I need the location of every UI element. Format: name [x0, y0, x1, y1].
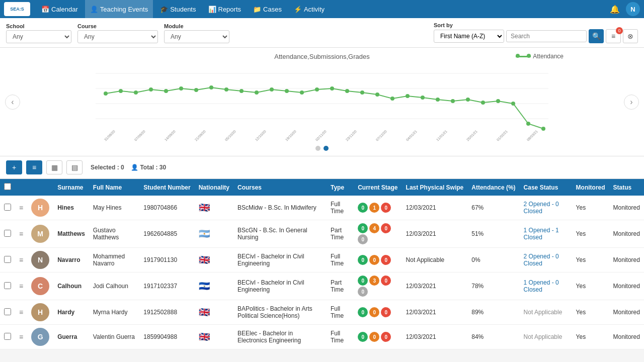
badge-red: 0 [381, 332, 391, 342]
row-checkbox[interactable] [4, 308, 11, 315]
row-checkbox[interactable] [4, 204, 11, 211]
row-avatar-cell: H [27, 196, 53, 220]
row-checkbox[interactable] [4, 230, 11, 237]
row-student-number: 1962604885 [139, 220, 194, 248]
user-avatar[interactable]: N [626, 2, 640, 16]
row-nationality: 🇬🇧 [195, 300, 233, 325]
nav-cases[interactable]: 📁 Cases [248, 0, 287, 18]
student-avatar: G [31, 328, 49, 346]
badge-red: 0 [381, 276, 391, 286]
row-menu-icon[interactable]: ≡ [19, 230, 23, 238]
nav-teaching-events[interactable]: 👤 Teaching Events [85, 0, 153, 18]
bar-view-button[interactable]: ▤ [66, 160, 83, 174]
row-menu-cell: ≡ [15, 325, 27, 349]
students-icon: 🎓 [160, 6, 168, 13]
row-checkbox[interactable] [4, 282, 11, 289]
module-select[interactable]: Any [164, 30, 229, 43]
notification-bell[interactable]: 🔔 [606, 5, 624, 14]
nav-calendar[interactable]: 📅 Calendar [36, 0, 83, 18]
row-courses: BECivl - Bachelor in Civil Engineering [233, 248, 327, 273]
table-row: ≡ H Hardy Myrna Hardy 1912502888 🇬🇧 BAPo… [0, 300, 644, 325]
svg-point-20 [345, 89, 349, 93]
row-case-status: 2 Opened - 0 Closed [520, 248, 572, 273]
row-student-number: 1912502888 [139, 300, 194, 325]
add-button[interactable]: + [6, 160, 22, 174]
row-menu-icon[interactable]: ≡ [19, 204, 23, 212]
nav-activity[interactable]: ⚡ Activity [289, 0, 330, 18]
row-checkbox[interactable] [4, 256, 11, 263]
badge-red: 0 [381, 203, 391, 213]
svg-text:14/09/20: 14/09/20 [164, 129, 176, 141]
case-status-link[interactable]: 2 Opened - 0 Closed [524, 253, 559, 267]
row-type: Full Time [327, 248, 354, 273]
row-checkbox-cell [0, 220, 15, 248]
search-input[interactable] [506, 30, 587, 42]
th-student-number: Student Number [139, 179, 194, 196]
case-status-link[interactable]: 1 Opened - 1 Closed [524, 227, 559, 241]
nav-reports[interactable]: 📊 Reports [203, 0, 247, 18]
case-status-link[interactable]: 2 Opened - 0 Closed [524, 201, 559, 215]
nationality-flag: 🇬🇧 [199, 307, 210, 317]
row-menu-icon[interactable]: ≡ [19, 333, 23, 341]
svg-point-25 [421, 96, 425, 100]
row-attendance: 51% [467, 220, 519, 248]
row-checkbox-cell [0, 273, 15, 300]
course-select[interactable]: Any [77, 30, 158, 43]
case-status-link[interactable]: 1 Opened - 0 Closed [524, 279, 559, 293]
school-label: School [6, 23, 71, 29]
chart-indicator-1[interactable] [315, 146, 320, 151]
chart-next-button[interactable]: › [624, 95, 639, 110]
svg-point-14 [255, 90, 259, 95]
school-select[interactable]: Any [6, 30, 71, 43]
select-all-header [0, 179, 15, 196]
row-surname: Hines [53, 196, 89, 220]
svg-point-23 [390, 97, 394, 101]
row-current-stage: 0 0 0 [354, 325, 401, 349]
th-status: Status [609, 179, 644, 196]
row-attendance: 0% [467, 248, 519, 273]
svg-text:31/08/20: 31/08/20 [104, 129, 116, 141]
row-menu-cell: ≡ [15, 248, 27, 273]
badge-green: 0 [358, 255, 368, 265]
svg-text:08/03/21: 08/03/21 [526, 129, 538, 141]
row-menu-icon[interactable]: ≡ [19, 282, 23, 290]
select-all-checkbox[interactable] [4, 183, 11, 190]
svg-point-22 [375, 93, 379, 97]
search-button[interactable]: 🔍 [589, 29, 604, 43]
row-nationality: 🇬🇧 [195, 248, 233, 273]
svg-point-9 [179, 86, 183, 90]
row-avatar-cell: H [27, 300, 53, 325]
chart-prev-button[interactable]: ‹ [5, 95, 20, 110]
table-row: ≡ M Matthews Gustavo Matthews 1962604885… [0, 220, 644, 248]
th-current-stage: Current Stage [354, 179, 401, 196]
row-surname: Calhoun [53, 273, 89, 300]
grid-view-button[interactable]: ▦ [46, 160, 62, 174]
filter-button[interactable]: ≡ 0 [606, 29, 621, 43]
row-checkbox[interactable] [4, 333, 11, 340]
badge-extra: 0 [358, 234, 368, 244]
row-menu-icon[interactable]: ≡ [19, 256, 23, 264]
badge-green: 0 [358, 276, 368, 286]
student-avatar: M [31, 225, 49, 243]
nav-students[interactable]: 🎓 Students [155, 0, 201, 18]
list-toolbar: + ≡ ▦ ▤ Selected : 0 👤 Total : 30 [0, 156, 644, 179]
row-courses: BEElec - Bachelor in Electronics Enginee… [233, 325, 327, 349]
svg-point-13 [239, 89, 244, 93]
th-last-swipe: Last Physical Swipe [402, 179, 468, 196]
row-type: Full Time [327, 325, 354, 349]
filters-bar: School Any Course Any Module Any Sort by… [0, 18, 644, 48]
row-type: Part Time [327, 273, 354, 300]
reset-button[interactable]: ⊗ [623, 29, 638, 43]
student-avatar: C [31, 277, 49, 295]
row-last-swipe: 12/03/2021 [402, 273, 468, 300]
row-menu-icon[interactable]: ≡ [19, 308, 23, 316]
th-menu [15, 179, 27, 196]
row-case-status: 2 Opened - 0 Closed [520, 196, 572, 220]
chart-indicator-2[interactable] [324, 146, 329, 151]
badge-orange: 0 [369, 332, 379, 342]
badge-red: 0 [381, 223, 391, 233]
sort-select[interactable]: First Name (A-Z) Last Name (A-Z) Student… [434, 30, 504, 43]
list-view-button[interactable]: ≡ [26, 160, 42, 174]
chart-indicators [0, 146, 644, 153]
logo[interactable]: SEA:S [4, 2, 30, 16]
